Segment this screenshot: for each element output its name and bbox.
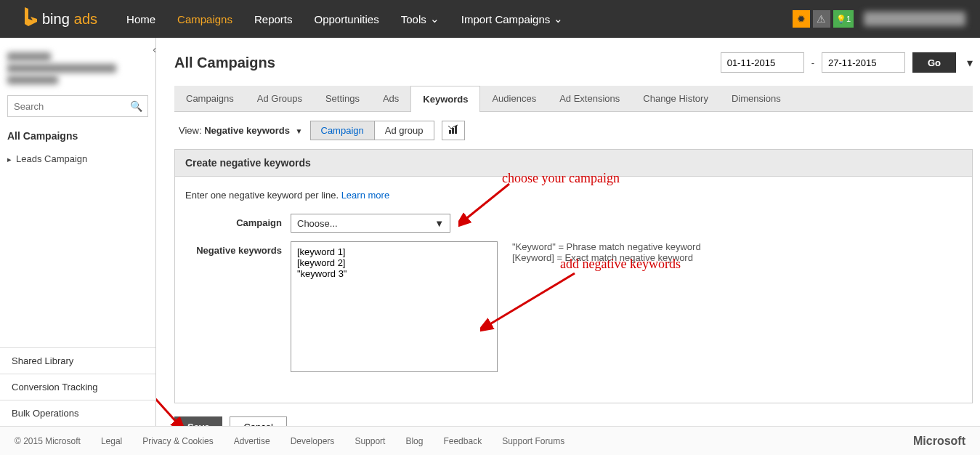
footer-blog[interactable]: Blog bbox=[405, 436, 423, 446]
gear-icon[interactable]: ✹ bbox=[793, 10, 810, 28]
tree-root-all-campaigns[interactable]: All Campaigns bbox=[7, 130, 148, 142]
bing-b-icon bbox=[22, 7, 38, 31]
footer-developers[interactable]: Developers bbox=[291, 436, 335, 446]
tab-campaigns[interactable]: Campaigns bbox=[174, 86, 246, 111]
tab-settings[interactable]: Settings bbox=[314, 86, 371, 111]
sidebar-shared-library[interactable]: Shared Library bbox=[0, 347, 155, 374]
view-label[interactable]: View: Negative keywords ▼ bbox=[179, 125, 303, 136]
top-nav: bing ads Home Campaigns Reports Opportun… bbox=[0, 0, 980, 38]
nav-reports[interactable]: Reports bbox=[254, 12, 293, 25]
nav-right: ✹ ⚠ 💡1 bbox=[793, 10, 965, 28]
nav-campaigns[interactable]: Campaigns bbox=[177, 12, 232, 25]
footer-legal[interactable]: Legal bbox=[101, 436, 122, 446]
footer: © 2015 Microsoft Legal Privacy & Cookies… bbox=[0, 426, 980, 455]
cancel-button[interactable]: Cancel bbox=[230, 416, 286, 426]
collapse-sidebar-icon[interactable]: ‹ bbox=[153, 44, 156, 55]
chevron-down-icon[interactable]: ▾ bbox=[967, 56, 973, 70]
idea-icon[interactable]: 💡1 bbox=[833, 10, 854, 28]
svg-rect-1 bbox=[452, 128, 454, 134]
chevron-down-icon: ⌄ bbox=[430, 12, 440, 25]
brand-logo[interactable]: bing ads bbox=[22, 7, 97, 31]
keywords-field-label: Negative keywords bbox=[185, 241, 291, 372]
page-title: All Campaigns bbox=[174, 55, 275, 71]
date-to-input[interactable] bbox=[822, 52, 905, 73]
sidebar-conversion-tracking[interactable]: Conversion Tracking bbox=[0, 374, 155, 400]
campaign-field-label: Campaign bbox=[185, 214, 291, 233]
negative-keywords-textarea[interactable] bbox=[291, 241, 498, 372]
create-negative-keywords-panel: Create negative keywords Enter one negat… bbox=[174, 149, 973, 403]
footer-forums[interactable]: Support Forums bbox=[502, 436, 564, 446]
learn-more-link[interactable]: Learn more bbox=[341, 190, 389, 201]
save-button[interactable]: Save bbox=[174, 416, 222, 426]
chart-icon bbox=[448, 124, 458, 134]
footer-copyright: © 2015 Microsoft bbox=[15, 436, 81, 446]
badge-count: 1 bbox=[846, 15, 851, 23]
brand-name: bing bbox=[42, 11, 70, 28]
tab-changehistory[interactable]: Change History bbox=[631, 86, 720, 111]
nav-home[interactable]: Home bbox=[126, 12, 155, 25]
microsoft-logo: Microsoft bbox=[913, 435, 965, 448]
campaign-tabs: Campaigns Ad Groups Settings Ads Keyword… bbox=[174, 86, 973, 112]
tab-keywords[interactable]: Keywords bbox=[410, 86, 480, 112]
nav-items: Home Campaigns Reports Opportunities Too… bbox=[126, 12, 563, 25]
sidebar: ‹ 🔍 All Campaigns Leads Campaign Shared … bbox=[0, 38, 156, 426]
go-button[interactable]: Go bbox=[912, 52, 956, 73]
date-from-input[interactable] bbox=[721, 52, 804, 73]
alert-icon[interactable]: ⚠ bbox=[813, 10, 830, 28]
footer-advertise[interactable]: Advertise bbox=[234, 436, 270, 446]
search-icon[interactable]: 🔍 bbox=[130, 100, 142, 112]
tree-item-leads[interactable]: Leads Campaign bbox=[7, 150, 148, 167]
search-input[interactable] bbox=[7, 95, 148, 117]
seg-campaign[interactable]: Campaign bbox=[311, 121, 374, 140]
account-info bbox=[7, 52, 148, 84]
chart-toggle-button[interactable] bbox=[442, 121, 465, 140]
keywords-toolbar: View: Negative keywords ▼ Campaign Ad gr… bbox=[174, 112, 973, 149]
seg-adgroup[interactable]: Ad group bbox=[374, 121, 434, 140]
panel-instruction: Enter one negative keyword per line. Lea… bbox=[185, 190, 962, 201]
chevron-down-icon: ▼ bbox=[296, 127, 303, 135]
tab-ads[interactable]: Ads bbox=[371, 86, 410, 111]
level-segment: Campaign Ad group bbox=[310, 121, 434, 140]
footer-feedback[interactable]: Feedback bbox=[443, 436, 482, 446]
tab-adextensions[interactable]: Ad Extensions bbox=[548, 86, 631, 111]
brand-suffix: ads bbox=[74, 11, 97, 28]
campaign-dropdown[interactable]: Choose... ▼ bbox=[291, 214, 450, 233]
tab-dimensions[interactable]: Dimensions bbox=[720, 86, 793, 111]
tab-adgroups[interactable]: Ad Groups bbox=[246, 86, 314, 111]
chevron-down-icon: ⌄ bbox=[554, 12, 563, 25]
user-menu[interactable] bbox=[864, 12, 965, 26]
svg-rect-0 bbox=[449, 130, 451, 134]
date-separator: - bbox=[811, 57, 814, 68]
dropdown-value: Choose... bbox=[297, 218, 338, 229]
svg-rect-2 bbox=[455, 126, 457, 134]
main-content: All Campaigns - Go ▾ Campaigns Ad Groups… bbox=[156, 38, 980, 426]
tab-audiences[interactable]: Audiences bbox=[480, 86, 548, 111]
sidebar-search: 🔍 bbox=[7, 95, 148, 117]
sidebar-bulk-operations[interactable]: Bulk Operations bbox=[0, 400, 155, 426]
date-range-picker: - Go ▾ bbox=[721, 52, 973, 73]
nav-tools[interactable]: Tools⌄ bbox=[401, 12, 440, 25]
footer-support[interactable]: Support bbox=[355, 436, 385, 446]
panel-title: Create negative keywords bbox=[175, 150, 972, 177]
nav-opportunities[interactable]: Opportunities bbox=[314, 12, 378, 25]
match-type-help: "Keyword" = Phrase match negative keywor… bbox=[512, 241, 701, 372]
chevron-down-icon: ▼ bbox=[434, 218, 444, 229]
nav-import[interactable]: Import Campaigns⌄ bbox=[461, 12, 564, 25]
footer-privacy[interactable]: Privacy & Cookies bbox=[142, 436, 213, 446]
